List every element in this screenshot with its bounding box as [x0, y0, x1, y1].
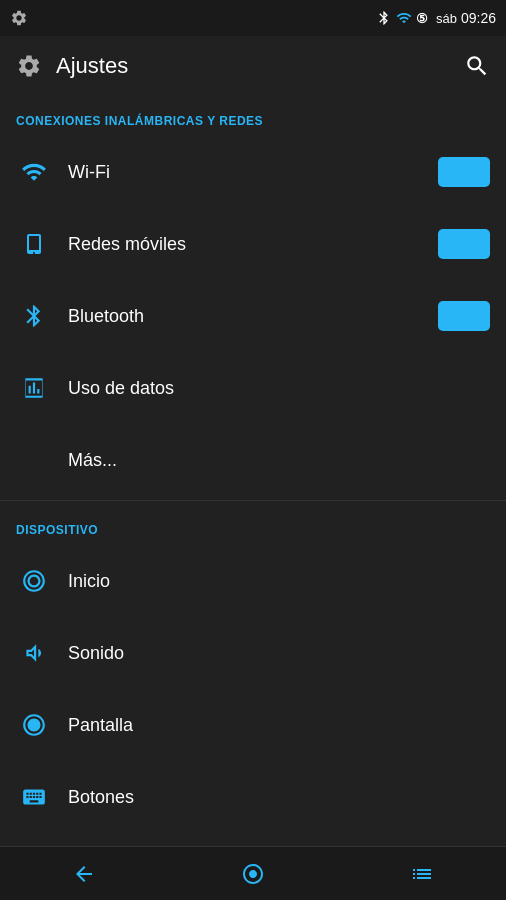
- settings-content: CONEXIONES INALÁMBRICAS Y REDES Wi-Fi Re…: [0, 96, 506, 846]
- bluetooth-status-icon: [376, 10, 392, 26]
- wifi-toggle[interactable]: [438, 157, 490, 187]
- botones-label: Botones: [68, 787, 490, 808]
- section-header-dispositivo: DISPOSITIVO: [0, 505, 506, 545]
- recents-button[interactable]: [337, 847, 506, 900]
- status-time: sáb: [436, 11, 457, 26]
- settings-gear-icon: [16, 53, 42, 79]
- sound-icon: [16, 640, 52, 666]
- settings-item-pantalla[interactable]: Pantalla: [0, 689, 506, 761]
- toolbar-title: Ajustes: [56, 53, 128, 79]
- bluetooth-toggle[interactable]: [438, 301, 490, 331]
- wifi-icon: [16, 159, 52, 185]
- settings-item-redes[interactable]: Redes móviles: [0, 208, 506, 280]
- mobile-network-icon: [16, 232, 52, 256]
- bluetooth-icon: [16, 303, 52, 329]
- settings-status-icon: [10, 9, 28, 27]
- toolbar-left: Ajustes: [16, 53, 128, 79]
- status-bar-left: [10, 9, 28, 27]
- settings-item-mas[interactable]: Más...: [0, 424, 506, 496]
- mas-label: Más...: [68, 450, 490, 471]
- home-nav-button[interactable]: [169, 847, 338, 900]
- settings-item-datos[interactable]: Uso de datos: [0, 352, 506, 424]
- settings-item-inicio[interactable]: Inicio: [0, 545, 506, 617]
- wifi-label: Wi-Fi: [68, 162, 438, 183]
- settings-item-sonido[interactable]: Sonido: [0, 617, 506, 689]
- back-button[interactable]: [0, 847, 169, 900]
- search-button[interactable]: [464, 53, 490, 79]
- datos-label: Uso de datos: [68, 378, 490, 399]
- settings-item-bluetooth[interactable]: Bluetooth: [0, 280, 506, 352]
- section-header-conexiones: CONEXIONES INALÁMBRICAS Y REDES: [0, 96, 506, 136]
- inicio-label: Inicio: [68, 571, 490, 592]
- settings-item-botones[interactable]: Botones: [0, 761, 506, 833]
- section-divider: [0, 500, 506, 501]
- sonido-label: Sonido: [68, 643, 490, 664]
- status-bar-right: ⑤ sáb 09:26: [376, 10, 496, 26]
- status-clock: 09:26: [461, 10, 496, 26]
- pantalla-label: Pantalla: [68, 715, 490, 736]
- home-icon: [16, 568, 52, 594]
- bluetooth-label: Bluetooth: [68, 306, 438, 327]
- redes-toggle[interactable]: [438, 229, 490, 259]
- bottom-navigation: [0, 846, 506, 900]
- toolbar: Ajustes: [0, 36, 506, 96]
- redes-label: Redes móviles: [68, 234, 438, 255]
- keyboard-icon: [16, 784, 52, 810]
- display-icon: [16, 712, 52, 738]
- data-usage-icon: [16, 375, 52, 401]
- signal-status-icon: [396, 10, 412, 26]
- status-bar: ⑤ sáb 09:26: [0, 0, 506, 36]
- battery-indicator: ⑤: [416, 11, 428, 26]
- settings-item-wifi[interactable]: Wi-Fi: [0, 136, 506, 208]
